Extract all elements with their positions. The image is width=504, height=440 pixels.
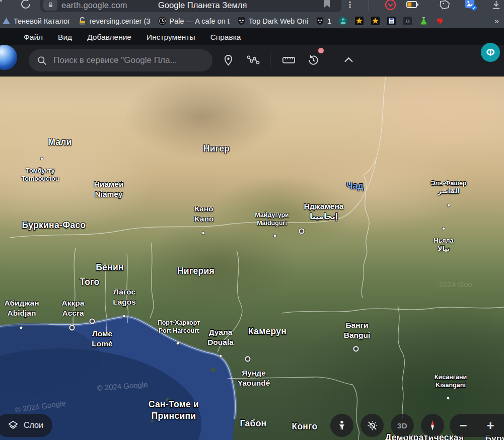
city-marker-dot bbox=[202, 232, 205, 235]
menu-item-инструменты[interactable]: Инструменты bbox=[147, 33, 195, 42]
ruler-measure-icon[interactable] bbox=[277, 48, 300, 71]
bookmark-flag-icon[interactable] bbox=[324, 0, 330, 10]
sun-toggle-button[interactable] bbox=[361, 414, 384, 437]
city-label: БангиBangui bbox=[344, 320, 371, 340]
search-icon bbox=[37, 55, 47, 66]
city-marker-dot bbox=[176, 342, 180, 345]
shield-chevron-extension-icon[interactable] bbox=[383, 0, 397, 12]
collapse-chevron-up-icon[interactable] bbox=[337, 48, 360, 71]
city-marker-dot bbox=[273, 234, 277, 238]
country-label: Нигер bbox=[203, 143, 230, 155]
reload-button[interactable] bbox=[19, 0, 32, 12]
mask-icon bbox=[237, 17, 246, 25]
menu-item-добавление[interactable]: Добавление bbox=[87, 33, 131, 42]
menu-item-справка[interactable]: Справка bbox=[210, 33, 241, 42]
bookmark-item[interactable] bbox=[419, 17, 428, 25]
url-text[interactable]: earth.google.com bbox=[61, 1, 127, 10]
city-label: Порт-ХаркортPort Harcourt bbox=[158, 319, 200, 335]
search-bar[interactable] bbox=[29, 49, 212, 71]
city-label: ЯундеYaoundé bbox=[238, 368, 270, 388]
bookmark-item[interactable]: 1 bbox=[316, 17, 331, 25]
map-viewport[interactable]: МалиНигерЧадБуркина-ФасоБенинНигерияТого… bbox=[0, 77, 504, 440]
city-marker-dot bbox=[123, 315, 126, 318]
account-avatar[interactable]: Ф bbox=[481, 43, 500, 62]
menu-item-файл[interactable]: Файл bbox=[24, 33, 43, 42]
bookmark-item[interactable]: reversing.center (3 bbox=[78, 17, 151, 25]
country-label: Сан-Томе иПринсипи bbox=[149, 399, 199, 422]
bookmark-item[interactable] bbox=[371, 17, 380, 25]
three-d-label: 3D bbox=[397, 421, 407, 430]
placemark-pin-icon[interactable] bbox=[217, 48, 240, 71]
path-route-icon[interactable] bbox=[242, 48, 265, 71]
zoom-in-button[interactable]: + bbox=[477, 414, 504, 436]
flask-icon bbox=[419, 17, 428, 25]
menu-item-вид[interactable]: Вид bbox=[58, 33, 72, 42]
google-earth-logo-icon[interactable] bbox=[0, 45, 17, 70]
actions-divider bbox=[369, 0, 369, 11]
earth-toolbar: Ф bbox=[0, 45, 504, 77]
country-label: Камерун bbox=[248, 326, 286, 337]
mask-icon bbox=[316, 17, 324, 25]
country-label: Габон bbox=[240, 418, 267, 429]
toggle-3d-button[interactable]: 3D bbox=[391, 414, 414, 437]
pegman-button[interactable] bbox=[330, 414, 353, 437]
browser-chrome: earth.google.com Google Планета Земля ⋮ bbox=[0, 0, 504, 14]
window-edge-mark bbox=[0, 0, 2, 2]
bookmark-item[interactable]: ? bbox=[339, 17, 347, 25]
toolbar-divider bbox=[270, 52, 270, 69]
city-marker-dot bbox=[442, 227, 446, 231]
browser-window: earth.google.com Google Планета Земля ⋮ bbox=[0, 0, 504, 440]
bookmark-item[interactable] bbox=[355, 17, 364, 25]
layers-label: Слои bbox=[24, 421, 43, 430]
city-marker-ring bbox=[245, 356, 251, 362]
city-marker-ring bbox=[353, 346, 359, 352]
compass-button[interactable] bbox=[421, 414, 444, 437]
address-bar[interactable]: earth.google.com Google Планета Земля bbox=[40, 0, 341, 12]
pegman-icon bbox=[336, 420, 347, 431]
city-label: ТомбуктуTombouctou bbox=[22, 167, 59, 183]
country-label: Нигерия bbox=[177, 265, 214, 277]
city-label: ЛомеLomé bbox=[92, 329, 112, 349]
compass-needle-icon bbox=[426, 419, 439, 431]
country-label: Конго bbox=[292, 421, 317, 432]
city-label: КаноKano bbox=[194, 204, 214, 224]
bookmark-item[interactable]: Pale — A cafe on t bbox=[158, 17, 230, 25]
copyright-watermark: 2024 Goo bbox=[439, 280, 472, 288]
city-label: ДуалаDouala bbox=[207, 327, 234, 347]
photo-check-extension-icon[interactable] bbox=[464, 0, 478, 12]
city-label: НиамейNiamey bbox=[94, 179, 124, 199]
city-marker-ring bbox=[299, 229, 305, 234]
sun-slash-icon bbox=[367, 420, 378, 431]
bookmarks-list: Теневой Каталогreversing.center (3Pale —… bbox=[2, 17, 452, 25]
battery-extension-icon[interactable] bbox=[405, 0, 419, 12]
tag-extension-icon[interactable] bbox=[438, 0, 452, 12]
country-label: Мали bbox=[48, 136, 72, 148]
bookmark-item[interactable]: Теневой Каталог bbox=[2, 17, 70, 25]
zoom-out-button[interactable]: − bbox=[450, 414, 477, 436]
city-marker-dot bbox=[447, 397, 450, 400]
city-label: ЛагосLagos bbox=[113, 287, 136, 307]
country-label: Бенин bbox=[96, 262, 124, 273]
heart-icon bbox=[436, 17, 444, 25]
tab-menu-icon[interactable]: ⋮ bbox=[343, 0, 357, 12]
star-icon bbox=[371, 17, 380, 25]
city-label: Нджаменаإنجامينا bbox=[304, 201, 344, 222]
bookmarks-overflow-chevron-icon[interactable]: » bbox=[494, 17, 499, 26]
zoom-control: − + bbox=[450, 414, 504, 437]
triangle-icon bbox=[2, 17, 11, 25]
bookmark-item[interactable]: Ω bbox=[403, 17, 412, 25]
layers-button[interactable]: Слои bbox=[0, 414, 52, 437]
bookmark-item[interactable] bbox=[387, 17, 396, 25]
layers-icon bbox=[8, 420, 18, 430]
city-label: Эль-Фашерالفاشر bbox=[431, 179, 467, 196]
search-input[interactable] bbox=[53, 55, 199, 65]
floppy-icon bbox=[387, 17, 396, 25]
download-icon[interactable] bbox=[489, 0, 503, 12]
clock-dark-icon bbox=[158, 17, 167, 25]
star-icon bbox=[355, 17, 364, 25]
city-marker-dot bbox=[447, 204, 451, 207]
city-marker-dot bbox=[219, 354, 223, 358]
bookmark-item[interactable]: Top Dark Web Oni bbox=[237, 17, 308, 25]
bookmark-item[interactable] bbox=[436, 17, 444, 25]
site-lock-icon[interactable] bbox=[43, 0, 57, 11]
